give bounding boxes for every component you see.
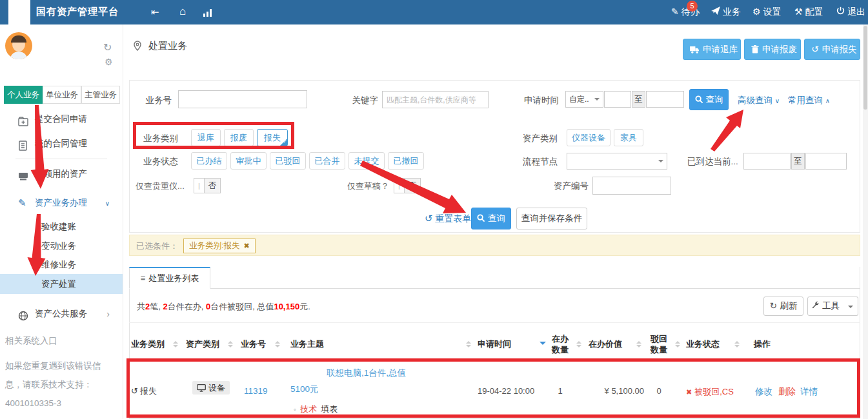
- col-active-qty[interactable]: 在办数量: [550, 333, 570, 355]
- tools-dropdown-caret[interactable]: [843, 297, 858, 316]
- tab-disposal-list[interactable]: ≡处置业务列表: [129, 267, 210, 289]
- sort-icon[interactable]: [675, 338, 680, 347]
- close-icon[interactable]: ✖: [243, 242, 249, 249]
- topbar-item-business[interactable]: 业务: [711, 6, 741, 18]
- edit-icon: ✎: [671, 6, 679, 17]
- flow-node-label: 流程节点: [523, 156, 558, 168]
- undo-icon: ↺: [425, 213, 433, 224]
- sidebar-subitem-acceptance[interactable]: 验收建账: [0, 217, 123, 237]
- sidebar-item-submit-contract[interactable]: 提交合同申请: [0, 110, 123, 129]
- selected-condition-tag[interactable]: 业务类别:报失✖: [183, 239, 256, 253]
- topbar-item-logout[interactable]: 退出: [836, 6, 865, 18]
- apply-return-button[interactable]: 申请退库: [683, 39, 741, 60]
- asset-type-label: 资产类别: [523, 133, 558, 144]
- refresh-button[interactable]: ↻刷新: [763, 297, 803, 316]
- col-active-value[interactable]: 在办价值: [589, 338, 622, 349]
- search-button[interactable]: 查询: [689, 89, 729, 110]
- topbar-item-config[interactable]: ⚒配置: [794, 6, 823, 18]
- reached-to-input[interactable]: [805, 153, 847, 170]
- sidebar-item-my-contracts[interactable]: 我的合同管理: [0, 134, 123, 153]
- keyword-label: 关键字: [345, 95, 378, 106]
- refresh-icon[interactable]: ↻: [103, 41, 112, 54]
- sidebar-item-public-service[interactable]: 资产公共服务 ›: [0, 304, 123, 324]
- cell-biz-type: ↺报失: [131, 385, 157, 397]
- status-unsubmitted[interactable]: 未提交: [348, 152, 385, 170]
- sidebar-subitem-repair[interactable]: 维修业务: [0, 255, 123, 275]
- draft-toggle[interactable]: | 否: [394, 178, 421, 193]
- search-button-2[interactable]: 查询: [471, 208, 511, 229]
- chevron-down-icon: ∨: [105, 194, 110, 213]
- col-operations[interactable]: 操作: [754, 338, 771, 349]
- col-subject[interactable]: 业务主题: [290, 338, 324, 349]
- apply-loss-button[interactable]: ↺申请报失: [804, 39, 860, 60]
- bullet-icon: ◦: [294, 405, 296, 414]
- col-apply-time[interactable]: 申请时间: [478, 338, 511, 349]
- globe-icon: [18, 309, 28, 319]
- asset-type-furniture[interactable]: 家具: [614, 129, 643, 146]
- topbar-item-settings[interactable]: ⚙设置: [752, 6, 782, 18]
- sidebar-divider: [15, 159, 107, 159]
- sidebar-item-my-assets[interactable]: 我领用的资产: [0, 164, 123, 184]
- sort-icon[interactable]: [466, 338, 471, 347]
- keyword-input[interactable]: [382, 91, 489, 108]
- home-icon[interactable]: ⌂: [179, 5, 186, 18]
- asset-type-instrument[interactable]: 仪器设备: [567, 129, 611, 146]
- cell-biz-no-link[interactable]: 11319: [244, 386, 268, 396]
- col-rejected-qty[interactable]: 驳回数量: [649, 333, 669, 355]
- time-range-select[interactable]: 自定..: [565, 91, 603, 108]
- sidebar-tab-unit[interactable]: 单位业务: [43, 86, 81, 104]
- sort-icon[interactable]: [228, 338, 233, 347]
- collapse-sidebar-icon[interactable]: ⇤: [151, 6, 159, 18]
- scrollbar-thumb[interactable]: [863, 26, 867, 110]
- x-icon: ✖: [686, 388, 692, 396]
- scrollbar-track[interactable]: [863, 24, 868, 419]
- status-approving[interactable]: 审批中: [230, 152, 267, 170]
- op-edit-link[interactable]: 修改: [755, 386, 772, 398]
- flow-node-select[interactable]: [567, 153, 667, 170]
- gear-icon[interactable]: ⚙: [105, 57, 113, 67]
- advanced-search-link[interactable]: 高级查询 ∨: [738, 95, 780, 106]
- sort-icon[interactable]: [275, 338, 280, 347]
- time-from-input[interactable]: [604, 91, 631, 108]
- biz-type-scrap[interactable]: 报废: [224, 129, 254, 146]
- reset-form-link[interactable]: ↺ 重置表单: [425, 213, 471, 225]
- sidebar-subitem-change[interactable]: 变动业务: [0, 237, 123, 256]
- time-to-input[interactable]: [646, 91, 684, 108]
- sort-icon[interactable]: [173, 338, 178, 347]
- biz-type-loss[interactable]: 报失: [257, 129, 288, 146]
- col-biz-no[interactable]: 业务号: [241, 338, 266, 349]
- sidebar-tab-personal[interactable]: 个人业务: [4, 86, 43, 104]
- biz-type-return[interactable]: 退库: [191, 129, 221, 146]
- apply-time-label: 申请时间: [516, 95, 559, 106]
- col-asset-type[interactable]: 资产类别: [186, 338, 219, 349]
- col-biz-status[interactable]: 业务状态: [686, 338, 720, 349]
- common-search-link[interactable]: 常用查询 ∧: [788, 95, 830, 106]
- tools-button[interactable]: 工具: [807, 297, 843, 316]
- reached-from-input[interactable]: [743, 153, 791, 170]
- op-detail-link[interactable]: 详情: [800, 386, 818, 398]
- cell-subject-link[interactable]: 联想电脑,1台件,总值5100元: [290, 365, 408, 397]
- precious-toggle[interactable]: | 否: [194, 178, 221, 193]
- status-merged[interactable]: 已合并: [309, 152, 345, 170]
- sidebar-tab-supervisor[interactable]: 主管业务: [81, 86, 120, 104]
- asset-no-input[interactable]: [592, 177, 671, 195]
- search-and-save-button[interactable]: 查询并保存条件: [516, 208, 587, 229]
- biz-no-input[interactable]: [178, 90, 307, 108]
- sidebar-subitem-disposal[interactable]: 资产处置: [0, 274, 123, 294]
- sidebar-item-asset-business[interactable]: ✎ 资产业务办理 ∨: [0, 193, 123, 213]
- col-biz-type[interactable]: 业务类别: [131, 338, 165, 349]
- avatar[interactable]: [5, 32, 32, 59]
- pencil-icon: ✎: [18, 193, 28, 204]
- apply-scrap-button[interactable]: 申请报废: [744, 39, 801, 60]
- sort-icon[interactable]: [636, 338, 641, 347]
- status-withdrawn[interactable]: 已撤回: [388, 152, 424, 170]
- status-finished[interactable]: 已办结: [191, 152, 227, 170]
- status-rejected[interactable]: 已驳回: [270, 152, 306, 170]
- avatar-hair: [11, 35, 26, 43]
- sort-icon-active-desc[interactable]: [540, 338, 545, 347]
- biz-type-label: 业务类别: [143, 133, 178, 144]
- stats-icon[interactable]: [203, 8, 212, 19]
- op-delete-link[interactable]: 删除: [778, 386, 796, 398]
- sort-icon[interactable]: [576, 338, 581, 347]
- sort-icon[interactable]: [734, 338, 740, 347]
